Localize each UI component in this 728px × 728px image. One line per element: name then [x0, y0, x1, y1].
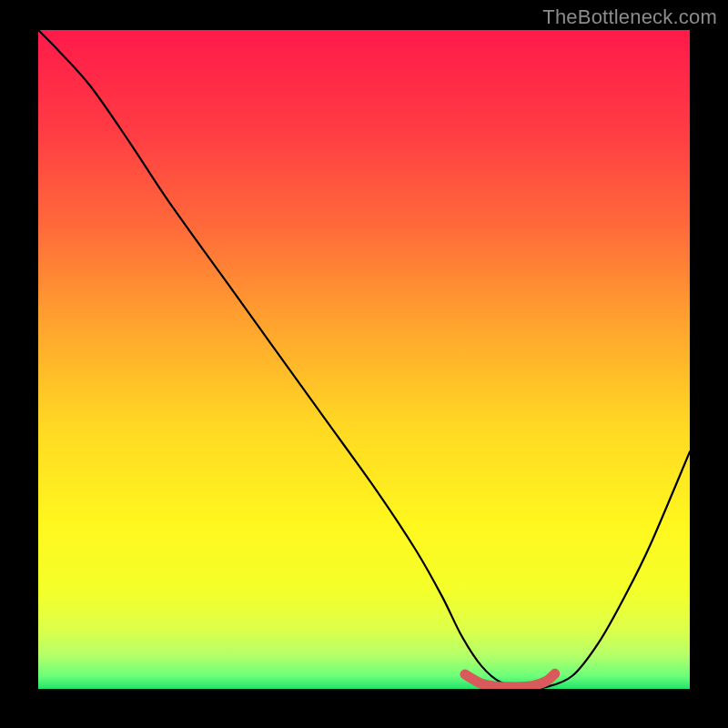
- highlight-segment: [38, 30, 690, 689]
- watermark-text: TheBottleneck.com: [542, 5, 717, 29]
- plot-area: [38, 30, 690, 689]
